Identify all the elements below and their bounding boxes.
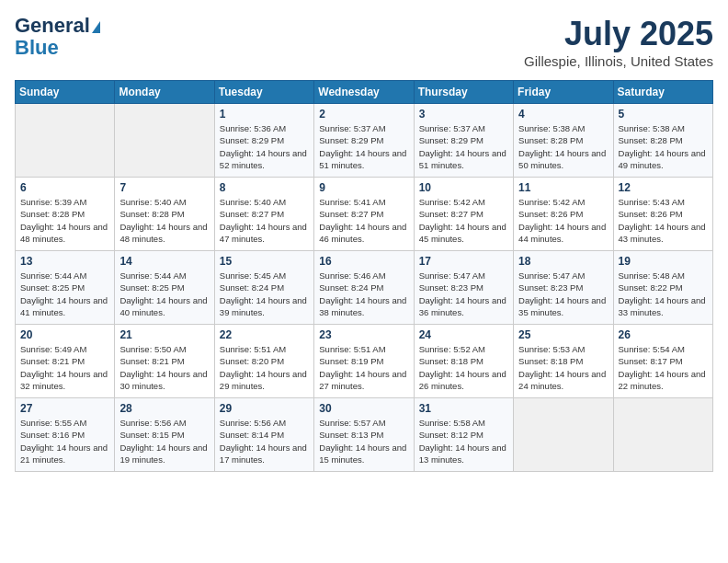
day-info: Sunrise: 5:48 AM Sunset: 8:22 PM Dayligh… (619, 270, 708, 318)
day-number: 4 (518, 108, 608, 121)
weekday-header-sunday: Sunday (16, 81, 115, 104)
calendar-cell: 29Sunrise: 5:56 AM Sunset: 8:14 PM Dayli… (214, 398, 313, 472)
calendar-cell: 14Sunrise: 5:44 AM Sunset: 8:25 PM Dayli… (115, 251, 214, 325)
calendar-cell: 15Sunrise: 5:45 AM Sunset: 8:24 PM Dayli… (214, 251, 313, 325)
calendar-cell: 10Sunrise: 5:42 AM Sunset: 8:27 PM Dayli… (414, 178, 513, 251)
day-number: 23 (319, 328, 408, 341)
day-info: Sunrise: 5:51 AM Sunset: 8:20 PM Dayligh… (220, 343, 309, 392)
day-info: Sunrise: 5:36 AM Sunset: 8:29 PM Dayligh… (220, 122, 309, 171)
calendar-cell: 19Sunrise: 5:48 AM Sunset: 8:22 PM Dayli… (613, 251, 712, 325)
day-info: Sunrise: 5:52 AM Sunset: 8:18 PM Dayligh… (419, 343, 508, 392)
calendar-cell: 28Sunrise: 5:56 AM Sunset: 8:15 PM Dayli… (115, 398, 214, 472)
day-number: 22 (220, 328, 309, 341)
day-number: 30 (319, 402, 408, 415)
day-number: 27 (20, 402, 109, 415)
day-info: Sunrise: 5:44 AM Sunset: 8:25 PM Dayligh… (20, 270, 109, 318)
day-number: 19 (619, 255, 708, 268)
calendar-cell: 17Sunrise: 5:47 AM Sunset: 8:23 PM Dayli… (414, 251, 513, 325)
day-number: 24 (419, 328, 508, 341)
day-info: Sunrise: 5:53 AM Sunset: 8:18 PM Dayligh… (518, 343, 608, 392)
month-title: July 2025 (524, 15, 713, 53)
calendar-cell: 24Sunrise: 5:52 AM Sunset: 8:18 PM Dayli… (414, 325, 513, 398)
calendar-week-5: 27Sunrise: 5:55 AM Sunset: 8:16 PM Dayli… (16, 398, 713, 472)
day-number: 2 (319, 108, 408, 121)
weekday-header-monday: Monday (115, 81, 214, 104)
day-number: 31 (419, 402, 508, 415)
calendar-cell: 1Sunrise: 5:36 AM Sunset: 8:29 PM Daylig… (214, 104, 313, 178)
day-number: 16 (319, 255, 408, 268)
calendar-cell: 8Sunrise: 5:40 AM Sunset: 8:27 PM Daylig… (214, 178, 313, 251)
day-number: 9 (319, 181, 408, 194)
calendar-week-2: 6Sunrise: 5:39 AM Sunset: 8:28 PM Daylig… (16, 178, 713, 251)
day-number: 10 (419, 181, 508, 194)
day-number: 8 (220, 181, 309, 194)
calendar-cell (613, 398, 712, 472)
day-info: Sunrise: 5:38 AM Sunset: 8:28 PM Dayligh… (518, 122, 608, 171)
day-info: Sunrise: 5:50 AM Sunset: 8:21 PM Dayligh… (119, 343, 209, 392)
calendar-cell (115, 104, 214, 178)
day-info: Sunrise: 5:37 AM Sunset: 8:29 PM Dayligh… (419, 122, 508, 171)
day-number: 12 (619, 181, 708, 194)
calendar-cell: 5Sunrise: 5:38 AM Sunset: 8:28 PM Daylig… (613, 104, 712, 178)
calendar-cell: 18Sunrise: 5:47 AM Sunset: 8:23 PM Dayli… (514, 251, 613, 325)
calendar-cell: 13Sunrise: 5:44 AM Sunset: 8:25 PM Dayli… (16, 251, 115, 325)
day-info: Sunrise: 5:42 AM Sunset: 8:27 PM Dayligh… (419, 196, 508, 245)
calendar-cell: 7Sunrise: 5:40 AM Sunset: 8:28 PM Daylig… (115, 178, 214, 251)
logo: General Blue (15, 15, 100, 59)
day-number: 15 (220, 255, 309, 268)
day-number: 29 (220, 402, 309, 415)
calendar-cell: 20Sunrise: 5:49 AM Sunset: 8:21 PM Dayli… (16, 325, 115, 398)
calendar-cell (514, 398, 613, 472)
calendar-cell: 9Sunrise: 5:41 AM Sunset: 8:27 PM Daylig… (314, 178, 414, 251)
weekday-header-friday: Friday (514, 81, 613, 104)
weekday-header-wednesday: Wednesday (314, 81, 414, 104)
calendar-cell: 25Sunrise: 5:53 AM Sunset: 8:18 PM Dayli… (514, 325, 613, 398)
day-number: 17 (419, 255, 508, 268)
location-title: Gillespie, Illinois, United States (524, 53, 713, 69)
day-number: 28 (119, 402, 209, 415)
day-info: Sunrise: 5:46 AM Sunset: 8:24 PM Dayligh… (319, 270, 408, 318)
day-info: Sunrise: 5:58 AM Sunset: 8:12 PM Dayligh… (419, 417, 508, 465)
day-info: Sunrise: 5:55 AM Sunset: 8:16 PM Dayligh… (20, 417, 109, 465)
weekday-header-thursday: Thursday (414, 81, 513, 104)
weekday-header-saturday: Saturday (613, 81, 712, 104)
day-info: Sunrise: 5:56 AM Sunset: 8:14 PM Dayligh… (220, 417, 309, 465)
calendar-cell: 30Sunrise: 5:57 AM Sunset: 8:13 PM Dayli… (314, 398, 414, 472)
day-info: Sunrise: 5:41 AM Sunset: 8:27 PM Dayligh… (319, 196, 408, 245)
calendar-cell: 4Sunrise: 5:38 AM Sunset: 8:28 PM Daylig… (514, 104, 613, 178)
day-number: 3 (419, 108, 508, 121)
day-number: 1 (220, 108, 309, 121)
day-info: Sunrise: 5:37 AM Sunset: 8:29 PM Dayligh… (319, 122, 408, 171)
calendar-week-3: 13Sunrise: 5:44 AM Sunset: 8:25 PM Dayli… (16, 251, 713, 325)
logo-text: General (15, 15, 100, 37)
calendar-week-4: 20Sunrise: 5:49 AM Sunset: 8:21 PM Dayli… (16, 325, 713, 398)
day-info: Sunrise: 5:43 AM Sunset: 8:26 PM Dayligh… (619, 196, 708, 245)
calendar-cell: 23Sunrise: 5:51 AM Sunset: 8:19 PM Dayli… (314, 325, 414, 398)
day-info: Sunrise: 5:45 AM Sunset: 8:24 PM Dayligh… (220, 270, 309, 318)
day-info: Sunrise: 5:40 AM Sunset: 8:27 PM Dayligh… (220, 196, 309, 245)
day-info: Sunrise: 5:49 AM Sunset: 8:21 PM Dayligh… (20, 343, 109, 392)
day-info: Sunrise: 5:47 AM Sunset: 8:23 PM Dayligh… (419, 270, 508, 318)
calendar-cell: 12Sunrise: 5:43 AM Sunset: 8:26 PM Dayli… (613, 178, 712, 251)
day-number: 14 (119, 255, 209, 268)
day-info: Sunrise: 5:57 AM Sunset: 8:13 PM Dayligh… (319, 417, 408, 465)
calendar-cell: 11Sunrise: 5:42 AM Sunset: 8:26 PM Dayli… (514, 178, 613, 251)
day-number: 5 (619, 108, 708, 121)
calendar-cell: 27Sunrise: 5:55 AM Sunset: 8:16 PM Dayli… (16, 398, 115, 472)
day-number: 18 (518, 255, 608, 268)
calendar-cell: 2Sunrise: 5:37 AM Sunset: 8:29 PM Daylig… (314, 104, 414, 178)
weekday-header-tuesday: Tuesday (214, 81, 313, 104)
day-info: Sunrise: 5:51 AM Sunset: 8:19 PM Dayligh… (319, 343, 408, 392)
day-info: Sunrise: 5:44 AM Sunset: 8:25 PM Dayligh… (119, 270, 209, 318)
day-number: 11 (518, 181, 608, 194)
day-number: 13 (20, 255, 109, 268)
day-info: Sunrise: 5:39 AM Sunset: 8:28 PM Dayligh… (20, 196, 109, 245)
calendar-week-1: 1Sunrise: 5:36 AM Sunset: 8:29 PM Daylig… (16, 104, 713, 178)
calendar-cell: 26Sunrise: 5:54 AM Sunset: 8:17 PM Dayli… (613, 325, 712, 398)
day-number: 26 (619, 328, 708, 341)
title-block: July 2025 Gillespie, Illinois, United St… (524, 15, 713, 69)
day-number: 7 (119, 181, 209, 194)
page-header: General Blue July 2025 Gillespie, Illino… (15, 15, 713, 69)
calendar-cell (16, 104, 115, 178)
calendar-cell: 31Sunrise: 5:58 AM Sunset: 8:12 PM Dayli… (414, 398, 513, 472)
